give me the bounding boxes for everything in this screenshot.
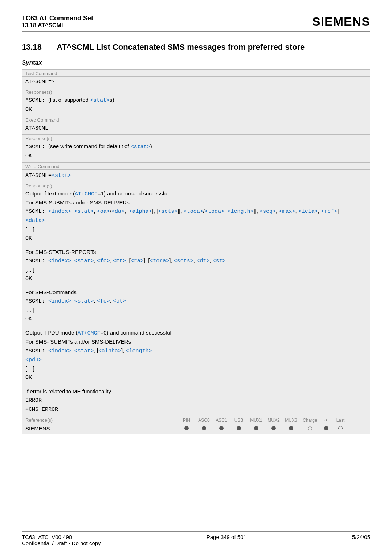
exec-response-body: ^SCML: (see write command for default of… (22, 141, 370, 163)
cms-error-text: +CMS ERROR (25, 406, 58, 413)
ellipsis-4: [... ] (25, 365, 34, 372)
write-cmd-prefix: AT^SCML= (25, 173, 52, 179)
test-response-label: Response(s) (22, 88, 370, 95)
col-usb: USB (230, 418, 248, 423)
reference-columns: PIN ASC0 ASC1 USB MUX1 MUX2 MUX3 Charge … (178, 418, 348, 423)
dot-cell (213, 425, 230, 432)
test-ok: OK (25, 106, 32, 113)
exec-command-label: Exec Command (22, 116, 370, 123)
dot-cell (248, 425, 265, 432)
dot-row (178, 425, 348, 432)
reference-header-row: Reference(s) PIN ASC0 ASC1 USB MUX1 MUX2… (22, 416, 370, 424)
dot-cell (195, 425, 213, 432)
col-mux1: MUX1 (248, 418, 265, 423)
pdu-1b: =0) and command successful: (100, 329, 173, 336)
reference-value-row: SIEMENS (22, 424, 370, 434)
dot-cell (230, 425, 248, 432)
ellipsis-3: [... ] (25, 307, 34, 313)
exec-command: AT^SCML (22, 123, 370, 134)
dot-filled-icon (202, 426, 206, 430)
dot-filled-icon (237, 426, 241, 430)
dot-cell (265, 425, 282, 432)
out-text-1a: Output if text mode ( (25, 190, 75, 197)
dot-filled-icon (254, 426, 258, 430)
col-asc0: ASC0 (195, 418, 213, 423)
section-heading: 13.18 AT^SCML List Concatenated SMS mess… (22, 42, 370, 52)
ellipsis-2: [... ] (25, 267, 34, 273)
pdu-param: <pdu> (25, 357, 42, 363)
exec-resp-text: (see write command for default of (48, 143, 131, 149)
test-resp-text: (list of supported (48, 97, 90, 103)
test-resp-param: <stat> (90, 97, 110, 104)
scml-prefix-1: ^SCML: (25, 208, 48, 215)
col-mux2: MUX2 (265, 418, 282, 423)
scml-prefix-3: ^SCML: (25, 298, 48, 304)
test-resp-prefix: ^SCML: (25, 97, 48, 104)
exec-resp-prefix: ^SCML: (25, 144, 48, 150)
ok-2: OK (25, 276, 32, 282)
header-left: TC63 AT Command Set 13.18 AT^SCML (22, 15, 93, 29)
reference-label: Reference(s) (25, 417, 178, 423)
dot-empty-icon (308, 426, 312, 430)
write-cmd-param: <stat> (52, 173, 71, 179)
ok-3: OK (25, 316, 32, 322)
brand-logo: SIEMENS (312, 15, 370, 29)
dot-cell (332, 425, 348, 432)
pdu-1a: Output if PDU mode ( (25, 329, 77, 336)
dot-filled-icon (184, 426, 189, 430)
exec-ok: OK (25, 153, 32, 159)
dot-filled-icon (289, 426, 293, 430)
exec-resp-param: <stat> (131, 144, 150, 150)
page-header: TC63 AT Command Set 13.18 AT^SCML SIEMEN… (22, 15, 370, 29)
dot-cell (320, 425, 332, 432)
write-command: AT^SCML=<stat> (22, 169, 370, 182)
ellipsis-1: [... ] (25, 226, 34, 232)
data-param: <data> (25, 218, 45, 224)
test-command: AT^SCML=? (22, 76, 370, 88)
out-text-1-cmd: AT+CMGF (75, 191, 98, 197)
pdu-2: For SMS- SUBMITs and/or SMS-DELIVERs (25, 339, 131, 345)
exec-resp-suffix: ) (150, 143, 152, 149)
write-response-body: Output if text mode (AT+CMGF=1) and comm… (22, 189, 370, 416)
status-reports-label: For SMS-STATUS-REPORTs (25, 249, 96, 255)
ok-4: OK (25, 374, 32, 381)
write-command-label: Write Command (22, 162, 370, 169)
dot-filled-icon (324, 426, 328, 430)
test-resp-suffix: s) (110, 97, 114, 103)
section-title: AT^SCML List Concatenated SMS messages f… (57, 42, 369, 52)
sms-commands-label: For SMS-Commands (25, 289, 77, 295)
doc-title: TC63 AT Command Set (22, 15, 93, 22)
dot-cell (178, 425, 195, 432)
col-airplane-icon: ✈ (320, 418, 332, 423)
out-text-1b: =1) and command successful: (98, 190, 170, 197)
col-pin: PIN (178, 418, 195, 423)
section-number: 13.18 (22, 42, 54, 52)
dot-empty-icon (338, 426, 343, 430)
header-divider (22, 31, 370, 32)
scml-prefix-4: ^SCML: (25, 348, 48, 354)
col-last: Last (332, 418, 348, 423)
col-charge: Charge (300, 418, 320, 423)
test-response-body: ^SCML: (list of supported <stat>s) OK (22, 95, 370, 116)
col-mux3: MUX3 (282, 418, 300, 423)
write-response-label: Response(s) (22, 182, 370, 189)
dot-filled-icon (219, 426, 224, 430)
scml-prefix-2: ^SCML: (25, 258, 48, 264)
error-label: If error is related to ME functionality (25, 388, 111, 394)
out-text-2: For SMS-SUBMITs and/or SMS-DELIVERs (25, 199, 130, 206)
pdu-1-cmd: AT+CMGF (77, 330, 100, 336)
syntax-label: Syntax (22, 59, 370, 66)
error-text: ERROR (25, 397, 42, 404)
dot-cell (300, 425, 320, 432)
test-command-label: Test Command (22, 69, 370, 76)
reference-siemens: SIEMENS (25, 425, 178, 432)
doc-subtitle: 13.18 AT^SCML (22, 22, 93, 29)
exec-response-label: Response(s) (22, 134, 370, 141)
dot-filled-icon (271, 426, 276, 430)
ok-1: OK (25, 235, 32, 242)
dot-cell (282, 425, 300, 432)
col-asc1: ASC1 (213, 418, 230, 423)
